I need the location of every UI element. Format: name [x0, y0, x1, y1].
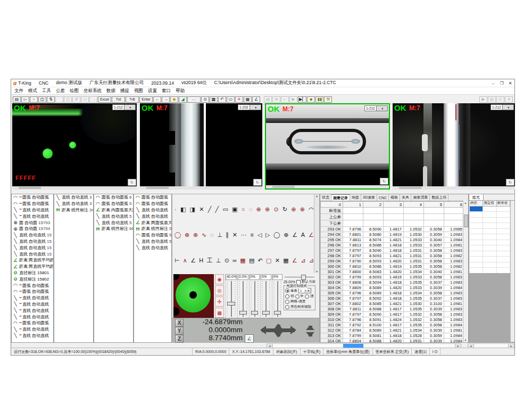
- list-item-直线[interactable]: ╲直线自动直线15: [12, 251, 53, 257]
- measure-tool-icon-2-16[interactable]: A: [301, 232, 305, 238]
- measure-tool-icon-2-15[interactable]: ∠: [292, 232, 297, 238]
- measurement-row-298[interactable]: 298 OK7.87978.50931.48211.05310.30581.09…: [321, 253, 464, 259]
- toolbar-new-icon[interactable]: ▫: [30, 96, 38, 103]
- slider-thumb[interactable]: [227, 302, 235, 306]
- measurement-row-305[interactable]: 305 OK7.87968.50891.48181.05340.30581.09…: [321, 291, 464, 296]
- element-cell[interactable]: [483, 240, 496, 245]
- list-item-圆弧[interactable]: ◠***圆弧自动圆弧: [12, 289, 53, 295]
- camera2-selector[interactable]: 1-202▼: [238, 104, 261, 110]
- menu-item-6[interactable]: 坐标系统: [84, 88, 102, 94]
- measurement-row-303[interactable]: 303 OK7.88068.50941.48181.05350.30371.09…: [321, 280, 464, 285]
- toolbar-blank-3-icon[interactable]: ⇵: [72, 96, 80, 103]
- element-row[interactable]: [470, 240, 510, 246]
- measure-tool-icon-1-15[interactable]: ⊕: [291, 207, 296, 212]
- toolbar-zoom-icon[interactable]: ⊙: [201, 96, 209, 103]
- camera4-selector[interactable]: 1-212▼: [491, 104, 514, 110]
- camera4-scrollbar[interactable]: [393, 186, 515, 190]
- toolbar-close-tool-icon[interactable]: ✕: [505, 96, 513, 103]
- element-cell[interactable]: [483, 251, 496, 257]
- element-cell[interactable]: [470, 245, 483, 251]
- measurement-row-300[interactable]: 300 OK7.88108.50861.48191.05350.30581.09…: [321, 264, 464, 269]
- measure-tool-icon-3-9[interactable]: ▦: [240, 258, 245, 263]
- element-row[interactable]: [470, 229, 510, 235]
- measure-tool-icon-1-3[interactable]: ◨: [190, 207, 195, 212]
- measurement-row-308[interactable]: 308 OK7.88118.50881.48171.05350.30391.09…: [321, 307, 464, 312]
- toolbar-blank-1-icon[interactable]: [55, 96, 63, 103]
- measure-tool-icon-2-13[interactable]: ◯: [273, 232, 280, 238]
- measurement-row-309[interactable]: 309 OK7.87978.50901.48171.05320.30581.09…: [321, 312, 464, 317]
- measure-tool-icon-1-12[interactable]: ⊕: [265, 207, 270, 212]
- measure-tool-icon-1-9[interactable]: ○: [242, 207, 245, 212]
- tab-element[interactable]: 图元: [469, 194, 484, 200]
- measure-tool-icon-1-5[interactable]: ╱: [208, 207, 212, 212]
- measure-tool-icon-3-12[interactable]: ▢: [266, 258, 271, 263]
- list-item-直线[interactable]: ╲直线自动直线5: [94, 219, 133, 226]
- slider-thumb[interactable]: [239, 311, 247, 315]
- element-cell[interactable]: [470, 257, 483, 262]
- list-item-直线[interactable]: ╲直线自动直线3: [54, 194, 93, 201]
- toolbar-chart-icon[interactable]: ∠: [252, 96, 260, 103]
- single-channel-radio[interactable]: [285, 289, 289, 293]
- measure-tool-icon-3-2[interactable]: ∧: [183, 258, 187, 263]
- element-cell[interactable]: [497, 229, 510, 234]
- list-item-直线[interactable]: ╲***直线自动直线: [12, 207, 53, 213]
- measurement-row-304[interactable]: 304 OK7.88098.50891.48201.05330.30391.09…: [321, 285, 464, 291]
- menu-item-1[interactable]: 文件: [14, 88, 23, 94]
- element-row[interactable]: [470, 268, 510, 274]
- measure-tool-icon-3-11[interactable]: ↶: [258, 258, 263, 263]
- camera3-rotate-icon[interactable]: ↻: [380, 178, 388, 185]
- measure-tool-icon-1-17[interactable]: ◠: [309, 207, 314, 212]
- element-cell[interactable]: [470, 223, 483, 228]
- menu-item-3[interactable]: 工具: [42, 88, 51, 94]
- list-item-直线[interactable]: ╲直线自动直线: [134, 213, 171, 219]
- slider-track[interactable]: [262, 281, 270, 317]
- menu-item-2[interactable]: 模式: [28, 88, 37, 94]
- list-item-直径标注[interactable]: ⊖直径标注15801: [12, 270, 53, 276]
- measurement-row-295[interactable]: 295 OK7.88118.50741.48211.05330.30401.09…: [321, 237, 464, 243]
- grid-light-icon[interactable]: ▩: [215, 308, 224, 318]
- measure-tool-icon-3-14[interactable]: ▦: [283, 258, 288, 263]
- list-item-距离[interactable]: H距离线性标注34: [54, 207, 93, 213]
- list-item-圆弧[interactable]: ◠圆弧自动圆弧6: [94, 194, 133, 201]
- list-item-直线[interactable]: ╲***直线自动直线: [12, 213, 53, 219]
- measure-tool-icon-1-2[interactable]: ◧: [180, 207, 186, 212]
- toolbar-open-icon[interactable]: ▻: [21, 96, 29, 103]
- table-vertical-scrollbar[interactable]: ▲▼: [463, 201, 468, 342]
- camera2-scrollbar[interactable]: [140, 186, 262, 190]
- list-item-直线[interactable]: ╲直线自动直线: [134, 244, 171, 251]
- list-item-直线[interactable]: ╲***直线自动直线: [12, 333, 53, 339]
- element-cell[interactable]: [483, 223, 496, 228]
- menu-item-7[interactable]: 数据: [106, 88, 115, 94]
- measure-tool-icon-2-1[interactable]: ◯: [174, 232, 181, 238]
- element-cell[interactable]: [497, 257, 510, 262]
- segment-light-icon[interactable]: ✣: [215, 297, 224, 307]
- toolbar-enter-button[interactable]: Enter: [139, 96, 153, 103]
- zoom-slider[interactable]: [285, 275, 314, 279]
- intensity-radio-1[interactable]: [285, 294, 289, 299]
- camera-view-4[interactable]: OK M:7 1-212▼ ↻: [393, 103, 515, 190]
- element-cell[interactable]: [497, 268, 510, 273]
- measure-tool-icon-3-1[interactable]: ⊢: [174, 258, 180, 263]
- element-cell[interactable]: [497, 218, 510, 223]
- close-button[interactable]: ✕: [506, 80, 514, 86]
- light-ring-preview[interactable]: [173, 274, 214, 318]
- toolbar-edit-batch-button[interactable]: ✎B: [126, 96, 139, 103]
- list-item-直线[interactable]: ╲直线自动直线5: [134, 238, 171, 245]
- element-cell[interactable]: [483, 207, 496, 212]
- measure-tool-icon-2-4[interactable]: ∿: [202, 232, 206, 238]
- toolbar-dither-icon[interactable]: ▦: [244, 96, 252, 103]
- ring-light-icon[interactable]: ◉: [215, 274, 224, 284]
- element-row[interactable]: [470, 251, 510, 257]
- element-cell[interactable]: [497, 245, 510, 251]
- measure-tool-icon-1-13[interactable]: ⊙: [273, 207, 278, 212]
- element-row[interactable]: [470, 234, 510, 240]
- measure-tool-icon-1-8[interactable]: ▣: [232, 207, 237, 212]
- list-item-距离[interactable]: H距离线性标注66: [94, 226, 133, 232]
- grid-row-上公差[interactable]: 上公差: [321, 214, 464, 220]
- toolbar-star-icon[interactable]: ✳: [235, 96, 243, 103]
- slider-track[interactable]: [273, 281, 282, 317]
- tab-状态[interactable]: 状态: [320, 194, 331, 201]
- measure-tool-icon-3-15[interactable]: ∠: [292, 258, 297, 263]
- element-cell[interactable]: [483, 257, 496, 262]
- measure-tool-icon-2-17[interactable]: ∠: [309, 232, 314, 238]
